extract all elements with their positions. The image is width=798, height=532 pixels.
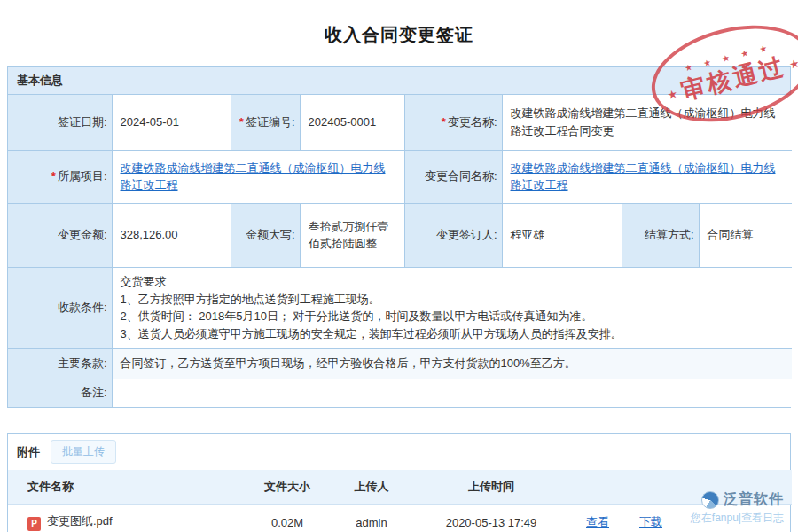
payment-terms-value: 交货要求 1、乙方按照甲方指定的地点送货到工程施工现场。 2、供货时间： 201… [112, 267, 792, 348]
col-download [624, 470, 677, 504]
required-asterisk: * [239, 115, 244, 129]
amount-cn-value: 叁拾贰万捌仟壹佰贰拾陆圆整 [300, 203, 404, 267]
attachment-download-cell: 下载 [624, 504, 677, 532]
row-project: *所属项目: 改建铁路成渝线增建第二直通线（成渝枢纽）电力线路迁改工程 变更合同… [8, 150, 792, 203]
required-asterisk: * [51, 169, 56, 183]
change-name-value: 改建铁路成渝线增建第二直通线（成渝枢纽）电力线路迁改工程合同变更 [502, 95, 792, 150]
required-asterisk: * [442, 115, 446, 129]
remark-label: 备注: [8, 379, 112, 407]
change-name-label-text: 变更名称: [448, 115, 497, 129]
sign-no-value: 202405-0001 [300, 95, 404, 150]
fanpu-logo-icon [701, 491, 719, 509]
attachment-file-size: 0.02M [243, 504, 332, 532]
amount-label: 变更金额: [8, 203, 112, 267]
page: 收入合同变更签证 ★ ★ ★ ★ ★ ★ 审核通过 ★ 基本信息 签证日期: 2… [0, 0, 798, 532]
change-contract-label-text: 变更合同名称: [425, 169, 497, 183]
page-title: 收入合同变更签证 [7, 0, 791, 47]
amount-cn-label-text: 金额大写: [246, 228, 295, 241]
attachment-uploader: admin [332, 504, 411, 532]
row-sign-date: 签证日期: 2024-05-01 *签证编号: 202405-0001 *变更名… [8, 95, 792, 150]
amount-label-text: 变更金额: [58, 228, 107, 241]
attachments-header: 附件 批量上传 [8, 434, 790, 470]
view-link[interactable]: 查看 [586, 515, 609, 528]
main-terms-label: 主要条款: [8, 348, 112, 379]
attachments-title: 附件 [17, 444, 40, 460]
attachment-file-name: 变更图纸.pdf [47, 514, 113, 528]
settlement-value: 合同结算 [699, 203, 792, 267]
main-terms-label-text: 主要条款: [58, 356, 107, 370]
col-upload-time: 上传时间 [411, 470, 571, 504]
settlement-label-text: 结算方式: [645, 228, 694, 241]
row-payment-terms: 收款条件: 交货要求 1、乙方按照甲方指定的地点送货到工程施工现场。 2、供货时… [8, 267, 792, 348]
signer-label-text: 变更签订人: [436, 228, 497, 241]
batch-upload-button[interactable]: 批量上传 [51, 440, 116, 464]
change-contract-value: 改建铁路成渝线增建第二直通线（成渝枢纽）电力线路迁改工程 [502, 150, 792, 203]
change-name-label: *变更名称: [404, 95, 502, 150]
download-link[interactable]: 下载 [639, 515, 662, 528]
settlement-label: 结算方式: [622, 203, 699, 267]
col-uploader: 上传人 [332, 470, 411, 504]
basic-info-section: 基本信息 签证日期: 2024-05-01 *签证编号: 202405-0001… [7, 66, 791, 408]
row-main-terms: 主要条款: 合同签订，乙方送货至甲方项目现场，经甲方验收合格后，甲方支付货款的1… [8, 348, 792, 379]
attachment-upload-time: 2020-05-13 17:49 [411, 504, 571, 532]
project-link[interactable]: 改建铁路成渝线增建第二直通线（成渝枢纽）电力线路迁改工程 [121, 161, 386, 192]
attachments-table: 文件名称 文件大小 上传人 上传时间 P变更图纸.pdf 0.02M admin [8, 470, 792, 532]
sign-date-label: 签证日期: [8, 95, 112, 150]
row-remark: 备注: [8, 379, 792, 407]
payment-terms-label-text: 收款条件: [58, 301, 107, 314]
sign-no-label: *签证编号: [231, 95, 300, 150]
project-label: *所属项目: [8, 150, 112, 203]
attachments-table-header-row: 文件名称 文件大小 上传人 上传时间 [8, 470, 792, 504]
project-label-text: 所属项目: [58, 169, 107, 183]
watermark-marquee-text: 您在fanpu|查看日志 [691, 511, 784, 526]
attachment-file-cell: P变更图纸.pdf [8, 504, 243, 532]
pdf-file-icon: P [27, 517, 41, 531]
row-amount: 变更金额: 328,126.00 金额大写: 叁拾贰万捌仟壹佰贰拾陆圆整 变更签… [8, 203, 792, 267]
col-view [571, 470, 624, 504]
sign-date-label-text: 签证日期: [58, 115, 107, 129]
basic-info-section-header: 基本信息 [8, 67, 790, 95]
fanpu-watermark: 泛普软件 [701, 490, 784, 509]
amount-value: 328,126.00 [112, 203, 231, 267]
sign-date-value: 2024-05-01 [112, 95, 231, 150]
sign-no-label-text: 签证编号: [246, 115, 295, 129]
remark-label-text: 备注: [81, 386, 107, 399]
change-contract-label: 变更合同名称: [404, 150, 502, 203]
col-file-size: 文件大小 [243, 470, 332, 504]
attachment-view-cell: 查看 [571, 504, 624, 532]
project-value: 改建铁路成渝线增建第二直通线（成渝枢纽）电力线路迁改工程 [112, 150, 404, 203]
remark-value [112, 379, 792, 407]
amount-cn-label: 金额大写: [231, 203, 300, 267]
signer-value: 程亚雄 [502, 203, 622, 267]
change-contract-link[interactable]: 改建铁路成渝线增建第二直通线（成渝枢纽）电力线路迁改工程 [511, 161, 776, 192]
payment-terms-label: 收款条件: [8, 267, 112, 348]
col-file-name: 文件名称 [8, 470, 243, 504]
basic-info-table: 签证日期: 2024-05-01 *签证编号: 202405-0001 *变更名… [8, 95, 792, 407]
attachments-section: 附件 批量上传 文件名称 文件大小 上传人 上传时间 [7, 433, 791, 532]
signer-label: 变更签订人: [404, 203, 502, 267]
main-terms-value: 合同签订，乙方送货至甲方项目现场，经甲方验收合格后，甲方支付货款的100%至乙方… [112, 348, 792, 379]
fanpu-brand-text: 泛普软件 [724, 490, 784, 509]
attachment-row: P变更图纸.pdf 0.02M admin 2020-05-13 17:49 查… [8, 504, 792, 532]
